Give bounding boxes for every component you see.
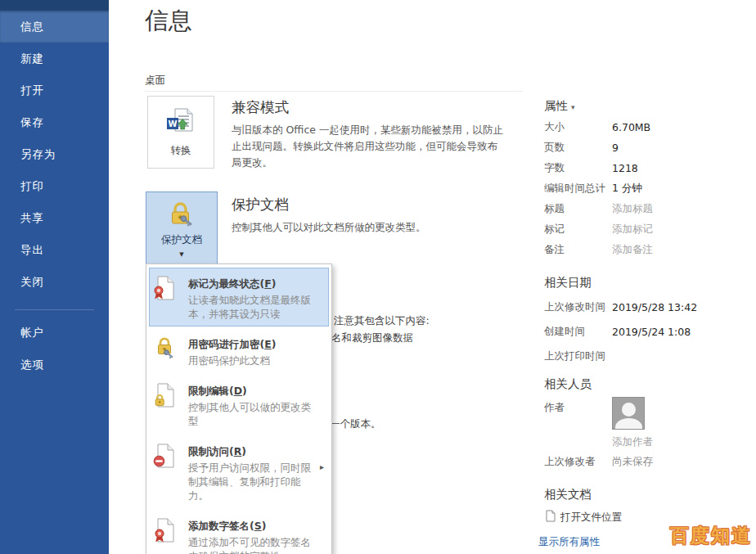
- sidebar-item-label: 共享: [20, 211, 44, 226]
- menu-item-description: 让读者知晓此文档是最终版本，并将其设为只读: [188, 293, 321, 321]
- sidebar-item-label: 关闭: [20, 275, 44, 290]
- date-label: 创建时间: [544, 325, 612, 339]
- chevron-down-icon: ▼: [179, 251, 183, 258]
- related-dates-table: 上次修改时间2019/5/28 13:42 创建时间2019/5/24 1:08…: [544, 295, 749, 368]
- sidebar-item-print[interactable]: 打印: [0, 170, 109, 202]
- property-label: 大小: [544, 120, 612, 134]
- sidebar-item-save[interactable]: 保存: [0, 106, 109, 138]
- property-row-size: 大小6.70MB: [544, 117, 749, 137]
- occluded-inspect-text: 注意其包含以下内容:: [334, 314, 430, 328]
- submenu-arrow-icon: ▸: [320, 462, 324, 471]
- convert-button[interactable]: W 转换: [147, 96, 214, 169]
- sidebar-item-account[interactable]: 帐户: [0, 317, 109, 349]
- compatibility-heading: 兼容模式: [232, 97, 289, 117]
- sidebar-item-save-as[interactable]: 另存为: [0, 138, 109, 170]
- sidebar-item-label: 选项: [20, 358, 44, 372]
- sidebar-item-export[interactable]: 导出: [0, 234, 109, 266]
- document-location-label: 桌面: [145, 74, 165, 88]
- property-value: 1218: [612, 162, 638, 174]
- menu-item-encrypt-password[interactable]: 用密码进行加密(E) 用密码保护此文档: [149, 328, 329, 373]
- protect-description: 控制其他人可以对此文档所做的更改类型。: [232, 219, 506, 236]
- avatar-body-shape: [615, 418, 642, 430]
- menu-item-title: 限制编辑(D): [188, 385, 247, 397]
- digital-signature-icon: [155, 517, 182, 554]
- page-title: 信息: [145, 5, 192, 38]
- sidebar-top-strip: [0, 0, 109, 11]
- sidebar-item-label: 帐户: [20, 326, 44, 340]
- date-value: 2019/5/24 1:08: [612, 326, 691, 338]
- mark-as-final-icon: [155, 275, 182, 321]
- protect-button-label: 保护文档: [161, 233, 202, 247]
- open-file-location-button[interactable]: 打开文件位置: [546, 510, 622, 525]
- menu-item-mark-as-final[interactable]: 标记为最终状态(F) 让读者知晓此文档是最终版本，并将其设为只读: [149, 268, 329, 327]
- menu-item-restrict-access[interactable]: 限制访问(R) 授予用户访问权限，同时限制其编辑、复制和打印能力。 ▸: [149, 435, 329, 508]
- add-author-field[interactable]: 添加作者: [612, 435, 653, 449]
- property-value: 9: [612, 142, 619, 154]
- sidebar-item-options[interactable]: 选项: [0, 349, 109, 381]
- property-label: 字数: [544, 161, 612, 175]
- menu-item-description: 用密码保护此文档: [188, 354, 321, 367]
- sidebar-item-open[interactable]: 打开: [0, 74, 109, 106]
- property-label: 编辑时间总计: [544, 182, 612, 196]
- show-all-properties-link[interactable]: 显示所有属性: [538, 535, 600, 549]
- add-comments-field[interactable]: 添加备注: [612, 243, 653, 257]
- menu-item-text: 限制访问(R) 授予用户访问权限，同时限制其编辑、复制和打印能力。: [188, 443, 323, 502]
- last-modified-by-label: 上次修改者: [544, 455, 596, 469]
- menu-item-text: 用密码进行加密(E) 用密码保护此文档: [188, 336, 323, 367]
- sidebar-item-close[interactable]: 关闭: [0, 266, 109, 298]
- sidebar-item-label: 打开: [20, 83, 44, 98]
- avatar: [612, 397, 645, 430]
- related-people-heading: 相关人员: [544, 376, 592, 392]
- occluded-versions-text: 一个版本。: [330, 417, 381, 431]
- menu-item-text: 限制编辑(D) 控制其他人可以做的更改类型: [188, 382, 323, 428]
- property-row-title: 标题添加标题: [544, 199, 749, 219]
- property-label: 标题: [544, 202, 612, 216]
- occluded-inspect-detail-text: 名和裁剪图像数据: [331, 331, 413, 345]
- date-label: 上次修改时间: [544, 300, 612, 314]
- sidebar-item-share[interactable]: 共享: [0, 202, 109, 234]
- related-documents-heading: 相关文档: [544, 487, 592, 502]
- padlock-key-icon: [168, 201, 196, 230]
- sidebar-item-info[interactable]: 信息: [0, 11, 109, 43]
- menu-item-restrict-editing[interactable]: 限制编辑(D) 控制其他人可以做的更改类型: [149, 375, 329, 434]
- restrict-editing-icon: [155, 382, 182, 428]
- sidebar-item-label: 信息: [20, 20, 44, 34]
- property-row-words: 字数1218: [544, 158, 749, 178]
- sidebar-item-label: 导出: [20, 243, 44, 258]
- sidebar-item-label: 新建: [20, 52, 44, 66]
- word-backstage-info-view: 信息 新建 打开 保存 另存为 打印 共享 导出 关闭 帐户 选项 信息 桌面 …: [0, 0, 756, 554]
- menu-item-description: 授予用户访问权限，同时限制其编辑、复制和打印能力。: [188, 461, 321, 502]
- author-label: 作者: [544, 401, 565, 415]
- file-icon: [546, 510, 556, 525]
- chevron-down-icon: ▾: [571, 103, 575, 111]
- encrypt-password-icon: [155, 336, 182, 367]
- restrict-access-icon: [155, 443, 182, 502]
- properties-dropdown[interactable]: 属性▾: [544, 98, 575, 114]
- sidebar-item-new[interactable]: 新建: [0, 43, 109, 74]
- protect-heading: 保护文档: [232, 195, 289, 214]
- menu-item-title: 标记为最终状态(F): [188, 277, 276, 290]
- last-modified-by-value: 尚未保存: [612, 455, 653, 469]
- date-row-modified: 上次修改时间2019/5/28 13:42: [544, 295, 749, 319]
- protect-document-menu: 标记为最终状态(F) 让读者知晓此文档是最终版本，并将其设为只读: [146, 263, 332, 554]
- menu-item-title: 限制访问(R): [188, 445, 246, 457]
- compatibility-description: 与旧版本的 Office 一起使用时，某些新功能被禁用，以防止止出现问题。转换此…: [232, 122, 506, 171]
- svg-text:W: W: [168, 119, 177, 128]
- date-value: 2019/5/28 13:42: [612, 301, 697, 313]
- date-label: 上次打印时间: [544, 349, 612, 363]
- open-file-location-label: 打开文件位置: [560, 511, 622, 525]
- menu-item-add-digital-signature[interactable]: 添加数字签名(S) 通过添加不可见的数字签名来确保文档的完整性: [149, 510, 329, 554]
- menu-item-text: 标记为最终状态(F) 让读者知晓此文档是最终版本，并将其设为只读: [188, 275, 323, 321]
- property-value: 1 分钟: [612, 182, 642, 196]
- sidebar-divider: [15, 309, 94, 310]
- sidebar-item-label: 保存: [20, 115, 44, 130]
- add-tags-field[interactable]: 添加标记: [612, 223, 653, 236]
- info-right-panel: 属性▾ 大小6.70MB 页数9 字数1218 编辑时间总计1 分钟 标题添加标…: [544, 0, 753, 554]
- protect-document-button[interactable]: 保护文档 ▼: [146, 191, 218, 268]
- properties-heading: 属性: [544, 99, 568, 112]
- add-title-field[interactable]: 添加标题: [612, 202, 653, 216]
- sidebar-item-label: 另存为: [20, 147, 56, 162]
- menu-item-title: 添加数字签名(S): [188, 520, 266, 532]
- related-dates-heading: 相关日期: [544, 275, 592, 291]
- location-divider: [145, 91, 523, 92]
